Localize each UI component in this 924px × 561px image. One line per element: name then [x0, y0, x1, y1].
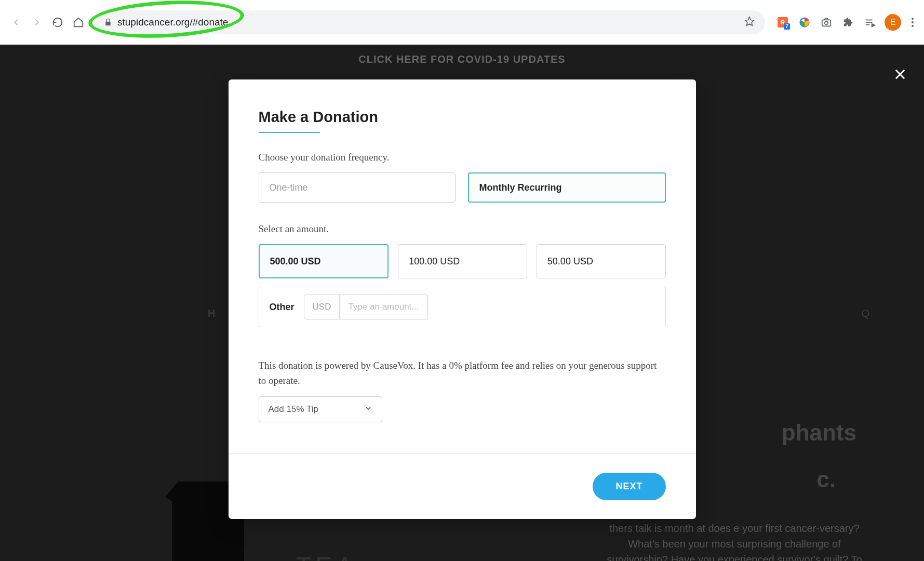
bg-headline-1: phants	[782, 420, 856, 446]
svg-marker-0	[745, 17, 754, 25]
bookmark-star-icon[interactable]	[744, 16, 755, 29]
frequency-label: Choose your donation frequency.	[259, 152, 666, 163]
frequency-onetime[interactable]: One-time	[259, 172, 456, 203]
amount-100-label: 100.00 USD	[409, 256, 460, 267]
extensions-puzzle-icon[interactable]	[841, 15, 855, 30]
extension-icon-2[interactable]	[797, 15, 812, 30]
chrome-toolbar-right: R E	[775, 14, 914, 31]
tip-dropdown[interactable]: Add 15% Tip	[259, 396, 382, 422]
bg-letter-left: H	[208, 308, 215, 319]
modal-title: Make a Donation	[259, 109, 666, 126]
next-button[interactable]: NEXT	[593, 473, 665, 500]
lock-icon	[104, 18, 112, 26]
nav-controls	[10, 17, 84, 28]
amount-500[interactable]: 500.00 USD	[259, 244, 389, 278]
amount-100[interactable]: 100.00 USD	[398, 244, 527, 278]
frequency-row: One-time Monthly Recurring	[259, 172, 666, 203]
url-text: stupidcancer.org/#donate	[117, 17, 228, 28]
modal-footer: NEXT	[229, 453, 696, 519]
donation-modal: Make a Donation Choose your donation fre…	[229, 79, 696, 519]
chrome-menu-button[interactable]	[912, 18, 914, 27]
extension-icon-camera[interactable]	[819, 15, 834, 30]
forward-button[interactable]	[31, 17, 43, 28]
amount-500-label: 500.00 USD	[270, 256, 321, 267]
modal-close-button[interactable]	[893, 66, 907, 86]
next-button-label: NEXT	[615, 481, 642, 491]
covid-banner[interactable]: CLICK HERE FOR COVID-19 UPDATES	[0, 45, 924, 74]
bg-tea-word: TEA	[296, 552, 357, 561]
other-amount-input[interactable]	[340, 295, 428, 319]
bg-paragraph: thers talk is month at does e your first…	[599, 520, 869, 561]
title-underline	[259, 132, 320, 133]
amount-other-row: Other USD	[259, 287, 666, 327]
covid-banner-text: CLICK HERE FOR COVID-19 UPDATES	[358, 54, 565, 65]
playlist-icon[interactable]	[863, 15, 877, 30]
profile-avatar[interactable]: E	[885, 14, 901, 31]
chevron-down-icon	[364, 404, 372, 415]
browser-chrome: stupidcancer.org/#donate R E	[0, 0, 924, 45]
other-label: Other	[270, 302, 294, 313]
svg-marker-7	[872, 23, 875, 26]
extension-icon-1[interactable]: R	[775, 15, 790, 30]
reload-button[interactable]	[52, 17, 63, 28]
address-bar[interactable]: stupidcancer.org/#donate	[93, 10, 765, 34]
page-area: CLICK HERE FOR COVID-19 UPDATES H Q phan…	[0, 45, 924, 561]
frequency-onetime-label: One-time	[270, 182, 308, 193]
tip-dropdown-label: Add 15% Tip	[269, 404, 318, 415]
avatar-letter: E	[890, 18, 896, 27]
svg-point-3	[825, 21, 828, 24]
frequency-monthly-label: Monthly Recurring	[479, 182, 562, 193]
search-icon: Q	[861, 308, 869, 319]
amount-50-label: 50.00 USD	[547, 256, 593, 267]
amount-label: Select an amount.	[259, 223, 666, 235]
frequency-monthly[interactable]: Monthly Recurring	[468, 172, 666, 203]
amount-50[interactable]: 50.00 USD	[537, 244, 666, 278]
back-button[interactable]	[10, 17, 22, 28]
amount-row: 500.00 USD 100.00 USD 50.00 USD	[259, 244, 666, 278]
currency-label: USD	[304, 295, 340, 319]
powered-by-text: This donation is powered by CauseVox. It…	[259, 358, 666, 388]
svg-rect-2	[822, 20, 831, 26]
home-button[interactable]	[73, 17, 84, 28]
bg-headline-2: c.	[816, 466, 836, 492]
